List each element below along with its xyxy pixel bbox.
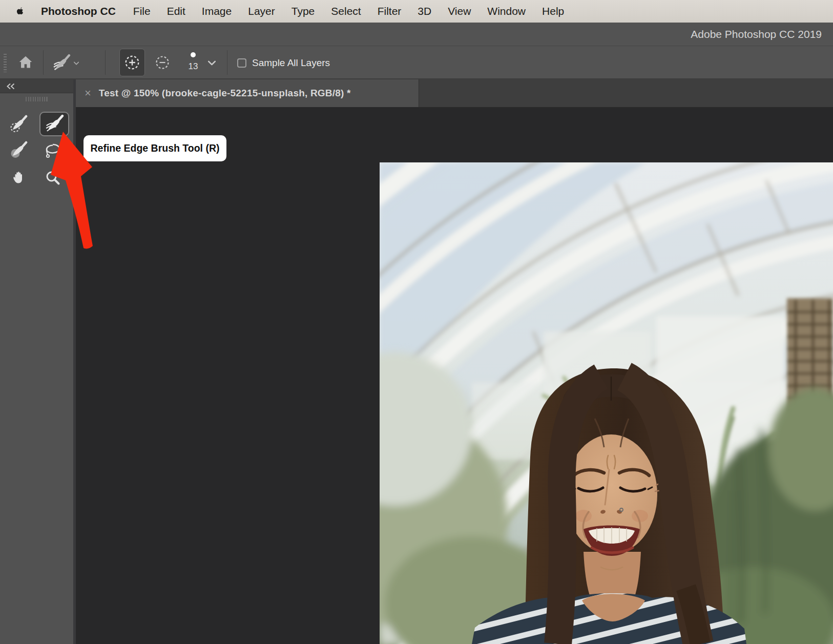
hand-icon (10, 168, 28, 186)
document-tab-title: Test @ 150% (brooke-cagle-52215-unsplash… (99, 88, 351, 99)
tool-preset-button[interactable] (52, 51, 79, 75)
menu-image[interactable]: Image (194, 5, 240, 17)
subtract-selection-icon (155, 55, 170, 70)
panel-grip[interactable] (26, 97, 48, 101)
quick-selection-tool-button[interactable] (9, 114, 28, 134)
quick-selection-icon (9, 115, 28, 133)
menu-filter[interactable]: Filter (369, 5, 410, 17)
divider (105, 50, 106, 75)
subtract-from-selection-button[interactable] (150, 49, 175, 76)
tool-options-bar: 13 Sample All Layers (0, 46, 833, 79)
home-icon (17, 54, 34, 71)
menu-view[interactable]: View (440, 5, 479, 17)
add-to-selection-button[interactable] (119, 49, 145, 76)
menu-file[interactable]: File (125, 5, 159, 17)
brush-icon (9, 141, 28, 159)
brush-size-value: 13 (183, 61, 203, 72)
brush-size-dot-icon (191, 52, 196, 57)
add-selection-icon (124, 54, 140, 71)
window-title: Adobe Photoshop CC 2019 (691, 23, 822, 46)
photoshop-window: Photoshop CC File Edit Image Layer Type … (0, 0, 833, 644)
apple-menu-icon[interactable] (15, 5, 26, 17)
document-canvas[interactable] (76, 107, 833, 644)
document-tab[interactable]: × Test @ 150% (brooke-cagle-52215-unspla… (76, 79, 419, 107)
brush-size-control[interactable]: 13 (183, 50, 203, 75)
sample-all-layers-label: Sample All Layers (252, 57, 330, 69)
menu-edit[interactable]: Edit (159, 5, 194, 17)
macos-menubar: Photoshop CC File Edit Image Layer Type … (0, 0, 833, 23)
window-titlebar[interactable]: Adobe Photoshop CC 2019 (0, 23, 833, 46)
hand-tool-button[interactable] (9, 167, 29, 186)
document-tab-bar: × Test @ 150% (brooke-cagle-52215-unspla… (76, 79, 833, 107)
tooltip: Refine Edge Brush Tool (R) (84, 135, 226, 161)
tooltip-text: Refine Edge Brush Tool (R) (90, 142, 219, 154)
sample-all-layers-control: Sample All Layers (237, 46, 330, 79)
close-tab-icon[interactable]: × (85, 88, 91, 99)
menu-app-name[interactable]: Photoshop CC (32, 5, 125, 17)
refine-edge-brush-icon (52, 51, 71, 75)
sample-all-layers-checkbox[interactable] (237, 58, 246, 68)
menu-3d[interactable]: 3D (409, 5, 440, 17)
options-bar-grip[interactable] (4, 54, 7, 72)
red-arrow-annotation (41, 120, 102, 259)
divider (43, 50, 44, 75)
brush-size-dropdown[interactable] (206, 58, 217, 68)
menu-layer[interactable]: Layer (240, 5, 283, 17)
tools-panel-header[interactable] (0, 79, 73, 93)
chevron-down-icon (208, 60, 216, 66)
collapse-panel-icon (6, 83, 15, 90)
menu-select[interactable]: Select (323, 5, 369, 17)
divider (227, 50, 227, 75)
brush-tool-button[interactable] (9, 140, 28, 160)
photo-brooke-cagle (380, 162, 833, 644)
menu-type[interactable]: Type (283, 5, 323, 17)
menu-window[interactable]: Window (479, 5, 534, 17)
menu-help[interactable]: Help (534, 5, 572, 17)
home-button[interactable] (16, 53, 35, 72)
chevron-down-icon (74, 61, 79, 66)
